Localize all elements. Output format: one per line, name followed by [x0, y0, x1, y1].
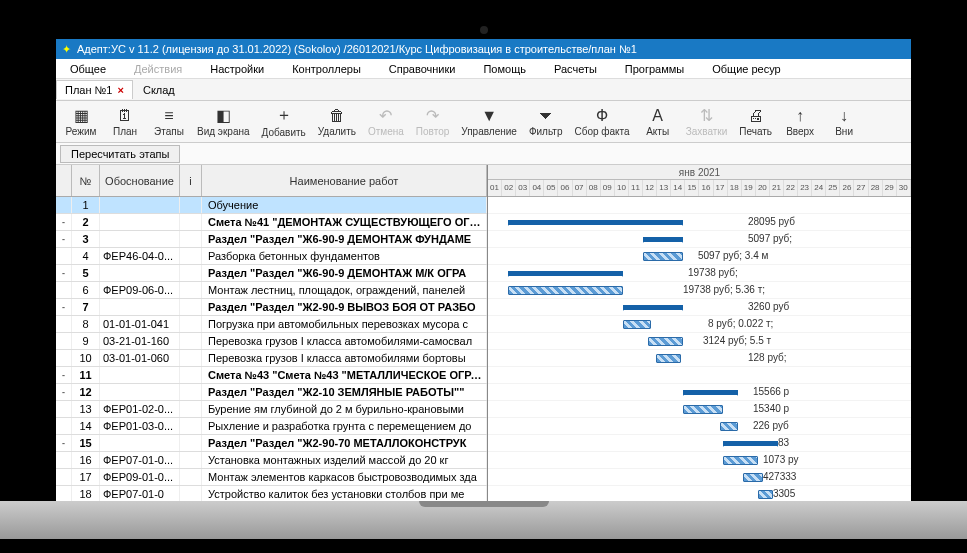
table-row[interactable]: 4ФЕР46-04-0...Разборка бетонных фундамен…	[56, 248, 487, 265]
expand-icon[interactable]	[56, 469, 72, 485]
table-row[interactable]: -2Смета №41 "ДЕМОНТАЖ СУЩЕСТВУЮЩЕГО ОГРА	[56, 214, 487, 231]
expand-icon[interactable]	[56, 333, 72, 349]
gantt-row[interactable]: 427333	[488, 469, 911, 486]
expand-icon[interactable]	[56, 282, 72, 298]
gantt-bar[interactable]	[723, 456, 758, 465]
expand-icon[interactable]	[56, 350, 72, 366]
gantt-row[interactable]: 3305	[488, 486, 911, 501]
up-button[interactable]: ↑Вверх	[778, 105, 822, 139]
delete-button[interactable]: 🗑Удалить	[312, 105, 362, 139]
table-row[interactable]: -11Смета №43 "Смета №43 "МЕТАЛЛИЧЕСКОЕ О…	[56, 367, 487, 384]
table-row[interactable]: 16ФЕР07-01-0...Установка монтажных издел…	[56, 452, 487, 469]
table-row[interactable]: -15Раздел "Раздел "Ж2-90-70 МЕТАЛЛОКОНСТ…	[56, 435, 487, 452]
gantt-chart[interactable]: янв 2021 0102030405060708091011121314151…	[488, 165, 911, 501]
table-row[interactable]: -12Раздел "Раздел "Ж2-10 ЗЕМЛЯНЫЕ РАБОТЫ…	[56, 384, 487, 401]
expand-icon[interactable]	[56, 401, 72, 417]
close-icon[interactable]: ×	[118, 84, 124, 96]
table-row[interactable]: -3Раздел "Раздел "Ж6-90-9 ДЕМОНТАЖ ФУНДА…	[56, 231, 487, 248]
fact-button[interactable]: ФСбор факта	[568, 105, 635, 139]
expand-icon[interactable]: -	[56, 384, 72, 400]
menu-помощь[interactable]: Помощь	[469, 63, 540, 75]
gantt-bar[interactable]	[623, 320, 651, 329]
gantt-row[interactable]: 15340 р	[488, 401, 911, 418]
gantt-bar[interactable]	[643, 252, 683, 261]
table-row[interactable]: 903-21-01-160Перевозка грузов I класса а…	[56, 333, 487, 350]
acts-button[interactable]: ААкты	[636, 105, 680, 139]
gantt-bar[interactable]	[656, 354, 681, 363]
gantt-bar[interactable]	[508, 220, 683, 225]
print-button[interactable]: 🖨Печать	[733, 105, 778, 139]
gantt-bar[interactable]	[623, 305, 683, 310]
table-row[interactable]: 801-01-01-041Погрузка при автомобильных …	[56, 316, 487, 333]
grabs-button[interactable]: ⇅Захватки	[680, 104, 734, 139]
table-row[interactable]: -7Раздел "Раздел "Ж2-90-9 ВЫВОЗ БОЯ ОТ Р…	[56, 299, 487, 316]
stages-button[interactable]: ≡Этапы	[147, 105, 191, 139]
col-i[interactable]: i	[180, 165, 202, 196]
gantt-row[interactable]: 5097 руб;	[488, 231, 911, 248]
gantt-row[interactable]: 226 руб	[488, 418, 911, 435]
menu-справочники[interactable]: Справочники	[375, 63, 470, 75]
gantt-bar[interactable]	[723, 441, 778, 446]
expand-icon[interactable]: -	[56, 231, 72, 247]
gantt-row[interactable]: 5097 руб; 3.4 м	[488, 248, 911, 265]
gantt-bar[interactable]	[758, 490, 773, 499]
gantt-row[interactable]: 19738 руб;	[488, 265, 911, 282]
expand-icon[interactable]: -	[56, 265, 72, 281]
col-work[interactable]: Наименование работ	[202, 165, 487, 196]
gantt-bar[interactable]	[508, 271, 623, 276]
gantt-bar[interactable]	[743, 473, 763, 482]
view-button[interactable]: ◧Вид экрана	[191, 104, 256, 139]
menu-программы[interactable]: Программы	[611, 63, 698, 75]
gantt-bar[interactable]	[508, 286, 623, 295]
gantt-row[interactable]: 8 руб; 0.022 т;	[488, 316, 911, 333]
gantt-row[interactable]: 1073 ру	[488, 452, 911, 469]
expand-icon[interactable]	[56, 418, 72, 434]
gantt-row[interactable]	[488, 367, 911, 384]
mode-button[interactable]: ▦Режим	[59, 104, 103, 139]
manage-button[interactable]: ▼Управление	[455, 105, 523, 139]
down-button[interactable]: ↓Вни	[822, 105, 866, 139]
menu-расчеты[interactable]: Расчеты	[540, 63, 611, 75]
redo-button[interactable]: ↷Повтор	[410, 104, 455, 139]
table-row[interactable]: 1003-01-01-060Перевозка грузов I класса …	[56, 350, 487, 367]
table-row[interactable]: 6ФЕР09-06-0...Монтаж лестниц, площадок, …	[56, 282, 487, 299]
expand-icon[interactable]	[56, 248, 72, 264]
gantt-bar[interactable]	[720, 422, 738, 431]
table-row[interactable]: 18ФЕР07-01-0Устройство калиток без устан…	[56, 486, 487, 501]
filter-button[interactable]: ⏷Фильтр	[523, 105, 569, 139]
expand-icon[interactable]	[56, 197, 72, 213]
menu-общее[interactable]: Общее	[56, 63, 120, 75]
expand-icon[interactable]	[56, 452, 72, 468]
tab-plan1[interactable]: План №1 ×	[56, 80, 133, 99]
gantt-bar[interactable]	[648, 337, 683, 346]
plan-button[interactable]: 🗓План	[103, 105, 147, 139]
expand-icon[interactable]	[56, 486, 72, 501]
table-row[interactable]: 13ФЕР01-02-0...Бурение ям глубиной до 2 …	[56, 401, 487, 418]
table-row[interactable]: 14ФЕР01-03-0...Рыхление и разработка гру…	[56, 418, 487, 435]
table-row[interactable]: 1Обучение	[56, 197, 487, 214]
expand-icon[interactable]: -	[56, 299, 72, 315]
gantt-row[interactable]: 128 руб;	[488, 350, 911, 367]
menu-настройки[interactable]: Настройки	[196, 63, 278, 75]
gantt-bar[interactable]	[683, 405, 723, 414]
gantt-row[interactable]: 3124 руб; 5.5 т	[488, 333, 911, 350]
table-row[interactable]: -5Раздел "Раздел "Ж6-90-9 ДЕМОНТАЖ М/К О…	[56, 265, 487, 282]
expand-icon[interactable]: -	[56, 214, 72, 230]
expand-icon[interactable]: -	[56, 367, 72, 383]
gantt-bar[interactable]	[643, 237, 683, 242]
menu-общие ресур[interactable]: Общие ресур	[698, 63, 794, 75]
gantt-row[interactable]	[488, 197, 911, 214]
gantt-row[interactable]: 28095 руб	[488, 214, 911, 231]
gantt-row[interactable]: 83	[488, 435, 911, 452]
col-num[interactable]: №	[72, 165, 100, 196]
table-row[interactable]: 17ФЕР09-01-0...Монтаж элементов каркасов…	[56, 469, 487, 486]
recalc-stages-button[interactable]: Пересчитать этапы	[60, 145, 180, 163]
menu-действия[interactable]: Действия	[120, 63, 196, 75]
expand-icon[interactable]	[56, 316, 72, 332]
add-button[interactable]: ＋Добавить	[256, 103, 312, 140]
gantt-row[interactable]: 3260 руб	[488, 299, 911, 316]
tab-sklad[interactable]: Склад	[133, 81, 185, 99]
gantt-row[interactable]: 19738 руб; 5.36 т;	[488, 282, 911, 299]
gantt-bar[interactable]	[683, 390, 738, 395]
undo-button[interactable]: ↶Отмена	[362, 104, 410, 139]
